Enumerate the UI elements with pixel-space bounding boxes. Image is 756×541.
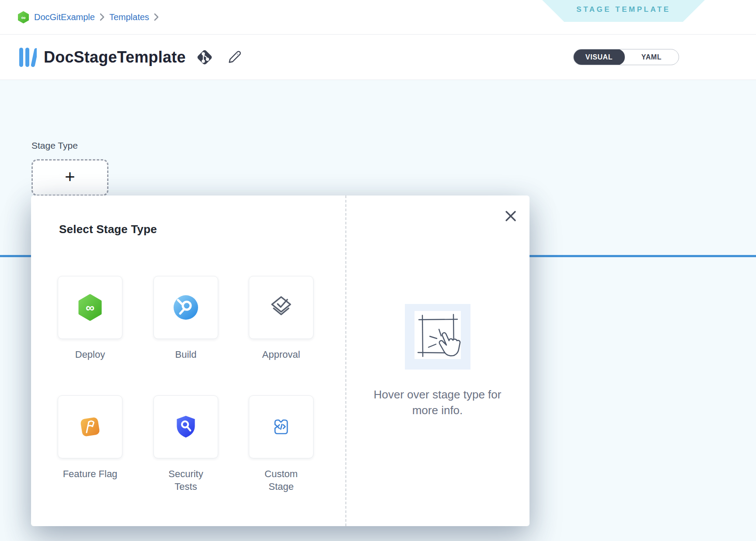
template-title-bar: DocStageTemplate VISUAL YAML xyxy=(0,35,756,80)
stage-type-feature-flag[interactable]: Feature Flag xyxy=(58,395,122,480)
stage-label: Custom Stage xyxy=(254,468,309,493)
breadcrumb: ∞ DocGitExample Templates xyxy=(17,0,159,34)
approval-stage-icon xyxy=(267,293,295,321)
stage-type-label: Stage Type xyxy=(31,140,78,151)
stage-type-custom[interactable]: Custom Stage xyxy=(249,395,314,493)
stage-label: Approval xyxy=(254,348,309,361)
git-sync-icon[interactable] xyxy=(195,48,214,66)
approval-stage-card[interactable] xyxy=(249,276,314,339)
stage-template-badge-label: STAGE TEMPLATE xyxy=(576,5,670,17)
chevron-right-icon xyxy=(154,13,159,21)
breadcrumb-project-link[interactable]: DocGitExample xyxy=(34,12,95,22)
deploy-stage-icon: ∞ xyxy=(76,293,104,321)
modal-dashed-divider xyxy=(345,195,346,526)
plus-icon: + xyxy=(65,168,75,187)
breadcrumb-templates-link[interactable]: Templates xyxy=(109,12,149,22)
visual-yaml-toggle: VISUAL YAML xyxy=(573,49,679,65)
project-hexagon-icon: ∞ xyxy=(17,11,29,24)
stage-template-badge: STAGE TEMPLATE xyxy=(542,0,705,22)
toggle-yaml-button[interactable]: YAML xyxy=(624,49,679,65)
svg-text:∞: ∞ xyxy=(86,301,94,314)
add-stage-button[interactable]: + xyxy=(31,159,108,196)
select-stage-type-modal: Select Stage Type ∞ Deploy xyxy=(31,195,530,526)
feature-flag-stage-card[interactable] xyxy=(58,395,122,458)
stage-type-security-tests[interactable]: Security Tests xyxy=(153,395,218,493)
page-title: DocStageTemplate xyxy=(44,48,186,66)
close-icon[interactable] xyxy=(502,207,520,225)
stage-label: Build xyxy=(158,348,213,361)
stage-label: Feature Flag xyxy=(63,468,118,480)
custom-stage-icon xyxy=(268,413,295,440)
stage-label: Security Tests xyxy=(158,468,213,493)
modal-title: Select Stage Type xyxy=(59,223,157,236)
svg-text:∞: ∞ xyxy=(21,14,26,21)
security-tests-stage-card[interactable] xyxy=(153,395,218,458)
toggle-visual-button[interactable]: VISUAL xyxy=(573,49,625,65)
template-library-icon xyxy=(17,46,37,68)
build-stage-icon xyxy=(172,294,199,321)
stage-type-build[interactable]: Build xyxy=(153,276,218,361)
stage-label: Deploy xyxy=(63,348,118,361)
chevron-right-icon xyxy=(100,13,105,21)
stage-type-approval[interactable]: Approval xyxy=(249,276,314,361)
stage-type-deploy[interactable]: ∞ Deploy xyxy=(58,276,122,361)
security-tests-stage-icon xyxy=(173,414,199,440)
feature-flag-stage-icon xyxy=(76,413,104,441)
custom-stage-card[interactable] xyxy=(249,395,314,458)
hover-info-text-block: Hover over stage type for more info. xyxy=(345,387,530,419)
build-stage-card[interactable] xyxy=(153,276,218,339)
hover-info-text: Hover over stage type for more info. xyxy=(363,387,512,419)
edit-pencil-icon[interactable] xyxy=(225,49,243,66)
hover-info-illustration xyxy=(405,304,470,370)
deploy-stage-card[interactable]: ∞ xyxy=(58,276,122,339)
